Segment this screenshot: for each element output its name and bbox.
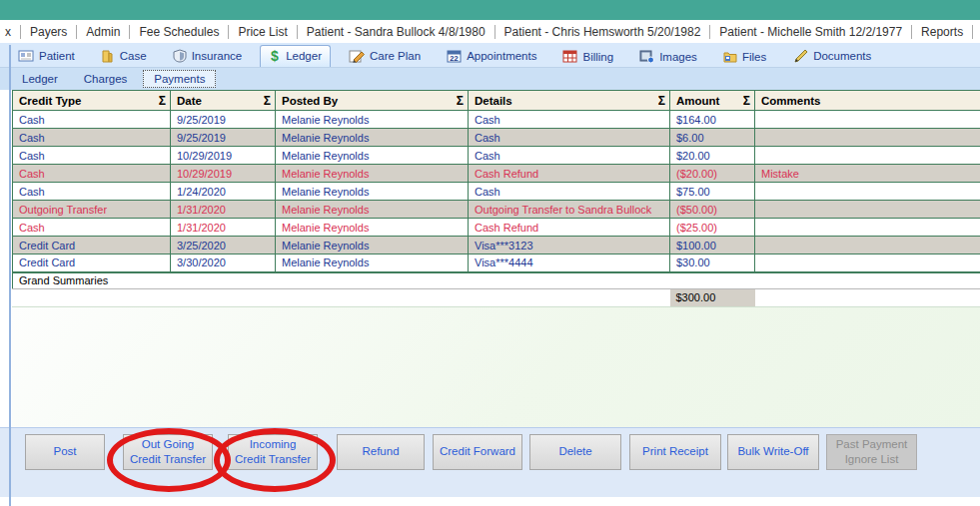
table-row[interactable]: Cash10/29/2019Melanie ReynoldsCash$20.00: [13, 147, 980, 165]
cell-amount: ($50.00): [670, 201, 755, 219]
cell-amount: $30.00: [670, 254, 755, 272]
table-row[interactable]: Cash9/25/2019Melanie ReynoldsCash$6.00: [13, 129, 980, 147]
table-row[interactable]: Cash1/24/2020Melanie ReynoldsCash$75.00: [13, 183, 980, 201]
tab-billing[interactable]: Billing: [554, 47, 621, 67]
cell-credit-type: Credit Card: [13, 254, 171, 272]
cell-details: Cash Refund: [469, 219, 670, 237]
nav-tab-admin[interactable]: Admin: [77, 25, 130, 39]
refund-button[interactable]: Refund: [337, 434, 425, 470]
tab-insurance[interactable]: Insurance: [165, 46, 251, 67]
billing-table-icon: [562, 50, 577, 63]
nav-tab-fee-schedules[interactable]: Fee Schedules: [130, 25, 229, 39]
cell-details: Cash: [469, 129, 670, 147]
tab-documents[interactable]: Documents: [784, 46, 879, 67]
ledger-dollar-icon: $: [269, 49, 281, 63]
cell-date: 1/31/2020: [171, 219, 276, 237]
table-header-row: Credit TypeΣ DateΣ Posted ByΣ DetailsΣ A…: [13, 91, 980, 111]
sigma-icon[interactable]: Σ: [457, 94, 464, 108]
table-row[interactable]: Outgoing Transfer1/31/2020Melanie Reynol…: [13, 201, 980, 219]
header-comments[interactable]: Comments: [755, 91, 980, 111]
sub-tab-charges[interactable]: Charges: [74, 71, 137, 87]
cell-posted-by: Melanie Reynolds: [276, 183, 469, 201]
table-row[interactable]: Credit Card3/25/2020Melanie ReynoldsVisa…: [13, 237, 980, 254]
sub-tab-ledger[interactable]: Ledger: [12, 71, 68, 87]
summary-spacer: [755, 289, 980, 306]
tab-care-plan[interactable]: Care Plan: [341, 46, 429, 67]
tab-files[interactable]: Files: [715, 47, 774, 67]
outgoing-credit-transfer-button[interactable]: Out Going Credit Transfer: [123, 434, 213, 470]
care-plan-pencil-pad-icon: [349, 49, 365, 63]
nav-tab-patient-michelle-smith[interactable]: Patient - Michelle Smith 12/2/1977: [710, 25, 912, 39]
sigma-icon[interactable]: Σ: [658, 94, 665, 108]
cell-details: Visa***4444: [469, 254, 670, 272]
tab-patient-label: Patient: [39, 50, 75, 62]
header-date-label: Date: [177, 95, 202, 107]
nav-tab-patient-chris-hemsworth[interactable]: Patient - Chris Hemsworth 5/20/1982: [495, 25, 711, 39]
cell-details: Outgoing Transfer to Sandra Bullock: [469, 201, 670, 219]
nav-tab-reports[interactable]: Reports: [912, 25, 973, 39]
cell-comments: [755, 201, 980, 219]
cell-details: Cash: [469, 183, 670, 201]
nav-tab-day-sheet[interactable]: Day Sheet - by Designated: [973, 25, 980, 39]
cell-credit-type: Cash: [13, 111, 171, 129]
ledger-sub-tab-bar: Ledger Charges Payments: [0, 68, 980, 90]
grand-summaries-label: Grand Summaries: [13, 272, 980, 289]
table-row[interactable]: Cash1/31/2020Melanie ReynoldsCash Refund…: [13, 219, 980, 237]
print-receipt-button[interactable]: Print Receipt: [629, 434, 721, 470]
appointments-calendar-icon: 22: [447, 49, 462, 63]
incoming-credit-transfer-button[interactable]: Incoming Credit Transfer: [228, 434, 318, 470]
documents-pencil-icon: [792, 49, 808, 63]
header-amount[interactable]: AmountΣ: [670, 91, 755, 111]
summary-spacer: [13, 289, 670, 306]
sub-tab-payments[interactable]: Payments: [143, 70, 216, 88]
module-tab-bar: Patient Case Insurance $ Ledger Care Pla…: [0, 43, 980, 68]
insurance-shield-icon: [173, 49, 187, 63]
nav-tab-price-list[interactable]: Price List: [229, 25, 297, 39]
cell-amount: $75.00: [670, 183, 755, 201]
cell-details: Cash: [469, 147, 670, 165]
bulk-write-off-button[interactable]: Bulk Write-Off: [727, 434, 819, 470]
tab-billing-label: Billing: [582, 51, 613, 63]
ledger-background-area: [12, 306, 980, 427]
header-credit-type[interactable]: Credit TypeΣ: [13, 91, 171, 111]
cell-posted-by: Melanie Reynolds: [276, 129, 469, 147]
tab-images[interactable]: Images: [631, 47, 705, 67]
cell-credit-type: Cash: [13, 183, 171, 201]
header-date[interactable]: DateΣ: [171, 91, 276, 111]
cell-comments: [755, 183, 980, 201]
cell-posted-by: Melanie Reynolds: [276, 165, 469, 183]
delete-button[interactable]: Delete: [529, 434, 621, 470]
sigma-icon[interactable]: Σ: [159, 94, 166, 108]
header-posted-by[interactable]: Posted ByΣ: [276, 91, 469, 111]
nav-tab-truncated[interactable]: x: [3, 25, 21, 39]
credit-forward-button[interactable]: Credit Forward: [433, 434, 522, 470]
cell-posted-by: Melanie Reynolds: [276, 147, 469, 165]
left-edge-divider: [9, 45, 11, 506]
table-row[interactable]: Cash9/25/2019Melanie ReynoldsCash$164.00: [13, 111, 980, 129]
tab-files-label: Files: [742, 51, 766, 63]
tab-patient[interactable]: Patient: [10, 46, 83, 67]
nav-tab-patient-sandra-bullock[interactable]: Patient - Sandra Bullock 4/8/1980: [298, 25, 495, 39]
tab-ledger[interactable]: $ Ledger: [260, 45, 331, 67]
nav-tab-payers[interactable]: Payers: [21, 25, 77, 39]
table-row[interactable]: Cash10/29/2019Melanie ReynoldsCash Refun…: [13, 165, 980, 183]
tab-documents-label: Documents: [813, 50, 871, 62]
sigma-icon[interactable]: Σ: [264, 94, 271, 108]
cell-posted-by: Melanie Reynolds: [276, 237, 469, 254]
cell-amount: $6.00: [670, 129, 755, 147]
tab-appointments-label: Appointments: [467, 50, 536, 62]
cell-date: 10/29/2019: [171, 147, 276, 165]
sigma-icon[interactable]: Σ: [743, 94, 750, 108]
cell-date: 10/29/2019: [171, 165, 276, 183]
header-comments-label: Comments: [761, 95, 820, 107]
case-folder-icon: [101, 49, 115, 63]
tab-appointments[interactable]: 22 Appointments: [439, 46, 544, 67]
tab-case[interactable]: Case: [93, 46, 155, 67]
action-button-panel: Post Out Going Credit Transfer Incoming …: [0, 427, 980, 497]
header-details[interactable]: DetailsΣ: [469, 91, 670, 111]
table-row[interactable]: Credit Card3/30/2020Melanie ReynoldsVisa…: [13, 254, 980, 272]
cell-credit-type: Cash: [13, 129, 171, 147]
post-button[interactable]: Post: [25, 434, 105, 470]
cell-amount: $100.00: [670, 237, 755, 254]
header-credit-type-label: Credit Type: [19, 95, 81, 107]
